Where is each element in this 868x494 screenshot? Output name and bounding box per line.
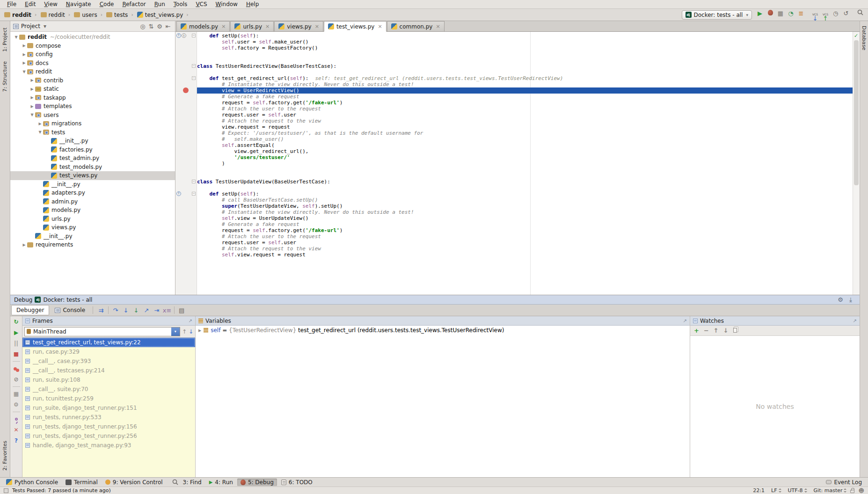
collapse-all-icon[interactable]: ⇅ (147, 21, 155, 31)
tree-item[interactable]: ▶migrations (10, 119, 175, 128)
gutter-line[interactable] (175, 197, 197, 203)
scrollbar-thumb[interactable] (854, 40, 859, 185)
menu-item-run[interactable]: Run (150, 0, 169, 8)
run-icon[interactable]: ▶ (755, 8, 765, 18)
view-breakpoints-icon[interactable] (12, 365, 21, 372)
gutter-line[interactable] (175, 100, 197, 106)
variable-row[interactable]: ▶ self = {TestUserRedirectView} test_get… (196, 326, 690, 335)
hector-inspector-icon[interactable]: ☻ (858, 488, 864, 494)
tool-stripe-button[interactable]: 2: Favorites (2, 441, 8, 471)
menu-item-code[interactable]: Code (95, 0, 118, 8)
debug-icon[interactable] (765, 7, 775, 18)
toolwindow-button-terminal[interactable]: Terminal (62, 479, 101, 486)
tree-item[interactable]: ▶static (10, 85, 175, 94)
breadcrumb-item[interactable]: users› (73, 11, 104, 19)
close-tab-icon[interactable]: × (221, 23, 226, 29)
help-icon[interactable]: ? (12, 437, 21, 444)
next-frame-icon[interactable]: ↓ (189, 329, 193, 334)
gutter-line[interactable] (175, 154, 197, 160)
show-execution-point-icon[interactable]: ⇉ (96, 305, 106, 315)
tree-item[interactable]: ▶config (10, 50, 175, 59)
step-into-icon[interactable]: ↓ (121, 305, 131, 315)
tree-item[interactable]: ▶contrib (10, 76, 175, 85)
threads-view-icon[interactable]: ▤ (176, 305, 187, 315)
close-icon[interactable]: ✕ (12, 426, 21, 434)
status-field[interactable]: LF (771, 487, 781, 494)
gutter-line[interactable] (175, 173, 197, 179)
gutter-line[interactable] (175, 124, 197, 130)
toolwindow-button-3-find[interactable]: 3: Find (167, 477, 205, 488)
resume-icon[interactable]: ▶ (12, 329, 21, 336)
toolwindow-button-5-debug[interactable]: 5: Debug (237, 479, 277, 486)
stack-frame[interactable]: run, suite.py:108 (22, 375, 195, 385)
menu-item-file[interactable]: File (3, 0, 21, 8)
chevron-collapsed-icon[interactable]: ▶ (21, 52, 27, 57)
evaluate-expression-icon[interactable]: x≡ (162, 305, 172, 315)
gutter-line[interactable] (175, 69, 197, 75)
tree-item-selected[interactable]: test_views.py (10, 171, 175, 180)
stack-frame[interactable]: handle, django_test_manage.py:93 (22, 441, 195, 450)
stack-frame[interactable]: run, case.py:329 (22, 347, 195, 356)
tree-item[interactable]: __init__.py (10, 180, 175, 189)
gutter-line[interactable] (175, 106, 197, 112)
rollback-icon[interactable]: ↺ (841, 8, 851, 18)
stack-frame[interactable]: run_tests, runner.py:533 (22, 413, 195, 422)
chevron-collapsed-icon[interactable]: ▶ (29, 104, 35, 109)
chevron-expanded-icon[interactable]: ▼ (37, 130, 43, 134)
gutter-line[interactable] (175, 142, 197, 148)
chevron-collapsed-icon[interactable]: ▶ (29, 95, 35, 100)
gutter-line[interactable]: − (175, 63, 197, 69)
copy-icon[interactable] (733, 327, 737, 334)
tree-item[interactable]: views.py (10, 223, 175, 232)
gutter-line[interactable] (175, 148, 197, 154)
tree-item[interactable]: urls.py (10, 215, 175, 224)
menu-item-vcs[interactable]: VCS (191, 0, 211, 8)
status-field[interactable]: Git: master (814, 487, 847, 494)
breadcrumb-item[interactable]: test_views.py› (136, 11, 190, 19)
close-tab-icon[interactable]: × (378, 23, 382, 29)
tree-item[interactable]: ▼reddit (10, 67, 175, 76)
gutter-line[interactable] (175, 185, 197, 191)
gutter-line[interactable] (175, 51, 197, 57)
menu-item-help[interactable]: Help (242, 0, 263, 8)
toolwindow-toggle-icon[interactable] (4, 488, 8, 493)
tree-item[interactable]: ▶docs (10, 59, 175, 68)
gutter-line[interactable] (175, 209, 197, 215)
stack-frame[interactable]: __call__, suite.py:70 (22, 385, 195, 394)
gutter-line[interactable] (175, 39, 197, 45)
stack-frame[interactable]: run_suite, django_test_runner.py:151 (22, 403, 195, 413)
gutter-line[interactable] (175, 167, 197, 173)
chevron-collapsed-icon[interactable]: ▶ (21, 61, 27, 65)
hide-panel-icon[interactable]: ⇤ (164, 21, 172, 31)
tree-item[interactable]: __init__.py (10, 137, 175, 145)
settings-icon[interactable]: ⚙ (12, 401, 21, 408)
gutter-line[interactable] (175, 221, 197, 227)
breadcrumb-item[interactable]: reddit› (39, 11, 72, 19)
stack-frame[interactable]: run_tests, django_test_runner.py:156 (22, 422, 195, 431)
editor-tab-active[interactable]: test_views.py× (324, 21, 387, 32)
settings-icon[interactable]: ⚙ (835, 295, 846, 305)
gutter-line[interactable] (175, 233, 197, 240)
tree-item[interactable]: __init__.py (10, 232, 175, 241)
fold-marker-icon[interactable]: − (192, 64, 196, 68)
chevron-collapsed-icon[interactable]: ▶ (21, 243, 27, 247)
float-panel-icon[interactable]: ↗ (189, 318, 192, 323)
gutter-line[interactable] (175, 215, 197, 221)
fold-marker-icon[interactable]: − (192, 192, 196, 196)
gutter-line[interactable] (175, 203, 197, 209)
close-tab-icon[interactable]: × (436, 23, 440, 29)
tree-item[interactable]: admin.py (10, 197, 175, 206)
float-panel-icon[interactable]: ↗ (683, 318, 687, 323)
step-into-my-code-icon[interactable]: ↓ (131, 305, 141, 315)
chevron-collapsed-icon[interactable]: ▶ (21, 44, 27, 48)
tree-item[interactable]: test_models.py (10, 163, 175, 172)
debug-tab-console[interactable]: Console (50, 305, 90, 315)
chevron-collapsed-icon[interactable]: ▶ (37, 122, 43, 126)
chevron-expanded-icon[interactable]: ▼ (13, 35, 19, 39)
gutter-line[interactable] (175, 227, 197, 233)
mute-breakpoints-icon[interactable]: ⊘ (12, 376, 21, 383)
gutter-line[interactable] (175, 87, 197, 94)
chevron-expanded-icon[interactable]: ▼ (21, 70, 27, 74)
search-everywhere-icon[interactable] (855, 7, 865, 17)
editor-scrollbar[interactable]: ✓ (853, 32, 860, 295)
